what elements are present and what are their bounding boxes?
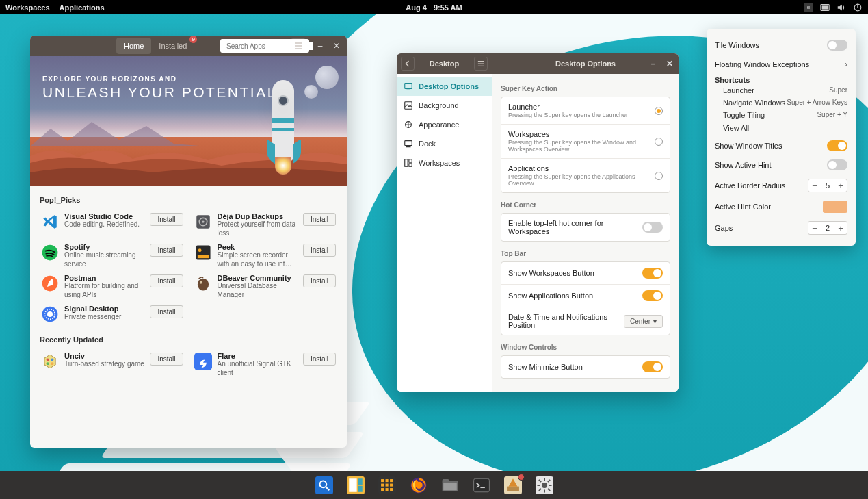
app-desc: Simple screen recorder with an easy to u… (218, 251, 298, 268)
dock-apps[interactable] (378, 476, 397, 495)
sidebar-item-label: Background (419, 101, 459, 110)
app-name: Déjà Dup Backups (218, 212, 298, 220)
install-button[interactable]: Install (150, 213, 183, 226)
sidebar-item-label: Desktop Options (419, 82, 479, 90)
shortcut-keys: Super (829, 86, 847, 94)
show-applications-switch[interactable] (642, 290, 663, 301)
tab-home[interactable]: Home (116, 38, 151, 54)
sidebar-item-label: Appearance (419, 120, 459, 129)
install-button[interactable]: Install (303, 213, 336, 226)
hint-color-swatch[interactable] (823, 201, 847, 213)
power-icon[interactable] (853, 3, 863, 12)
install-button[interactable]: Install (150, 274, 183, 287)
settings-minimize-button[interactable]: – (647, 57, 659, 70)
install-button[interactable]: Install (303, 244, 336, 257)
topbar-date[interactable]: Aug 4 (406, 3, 427, 12)
border-radius-increase[interactable]: + (834, 179, 847, 192)
workspaces-menu[interactable]: Workspaces (5, 3, 50, 12)
superkey-option-label: Launcher (508, 103, 655, 111)
tile-windows-label: Tile Windows (715, 41, 759, 49)
chevron-down-icon: ▾ (653, 318, 657, 325)
install-button[interactable]: Install (150, 353, 183, 366)
shortcut-keys: Super + Arrow Keys (787, 99, 847, 107)
gaps-value: 2 (821, 224, 834, 232)
dock-updater[interactable] (503, 476, 523, 495)
show-hint-switch[interactable] (827, 159, 847, 170)
app-card[interactable]: UncivTurn-based strategy gameInstall (36, 349, 189, 380)
shortcut-name: Toggle Tiling (723, 111, 765, 119)
tiling-indicator-icon[interactable] (804, 3, 813, 12)
view-all-shortcuts[interactable]: View All (715, 121, 847, 136)
gaps-decrease[interactable]: − (808, 222, 821, 234)
svg-point-18 (200, 281, 202, 284)
hotcorner-switch[interactable] (642, 222, 663, 233)
sidebar-item-label: Dock (419, 140, 436, 148)
sidebar-item-dock[interactable]: Dock (397, 134, 492, 153)
app-card[interactable]: PostmanPlatform for building and using A… (36, 271, 189, 302)
network-icon[interactable] (820, 3, 830, 12)
popshop-menu-button[interactable] (291, 38, 306, 53)
install-button[interactable]: Install (303, 274, 336, 287)
show-applications-label: Show Applications Button (508, 292, 642, 300)
sidebar-item-appearance[interactable]: Appearance (397, 115, 492, 134)
dock-files[interactable] (440, 476, 460, 495)
superkey-radio[interactable] (655, 172, 663, 180)
floating-exceptions-row[interactable]: Floating Window Exceptions › (715, 55, 847, 73)
border-radius-stepper[interactable]: − 5 + (808, 179, 847, 192)
app-card[interactable]: PeekSimple screen recorder with an easy … (189, 240, 342, 271)
superkey-radio[interactable] (655, 107, 663, 115)
svg-point-24 (51, 359, 53, 361)
svg-rect-34 (405, 159, 408, 167)
app-icon (194, 213, 212, 231)
applications-menu[interactable]: Applications (60, 3, 105, 12)
sidebar-item-workspaces[interactable]: Workspaces (397, 153, 492, 172)
show-workspaces-label: Show Workspaces Button (508, 269, 642, 277)
app-card[interactable]: FlareAn unofficial Signal GTK clientInst… (189, 349, 342, 380)
show-titles-switch[interactable] (827, 140, 847, 151)
svg-rect-45 (381, 479, 384, 482)
app-icon (41, 274, 59, 292)
topbar-time[interactable]: 9:55 AM (434, 3, 462, 12)
app-card[interactable]: Déjà Dup BackupsProtect yourself from da… (189, 209, 342, 240)
tile-windows-switch[interactable] (827, 40, 847, 51)
dock-terminal[interactable] (472, 476, 491, 495)
dock-settings[interactable] (535, 476, 554, 495)
show-minimize-switch[interactable] (642, 361, 663, 372)
settings-menu-button[interactable] (474, 57, 488, 71)
svg-marker-22 (44, 355, 55, 368)
installed-badge: 9 (189, 36, 197, 43)
tab-installed[interactable]: Installed 9 (151, 38, 194, 54)
rocket-icon (263, 80, 304, 186)
gaps-increase[interactable]: + (834, 222, 847, 234)
sidebar-item-background[interactable]: Background (397, 96, 492, 115)
app-name: Visual Studio Code (64, 212, 144, 220)
app-card[interactable]: SpotifyOnline music streaming serviceIns… (36, 240, 189, 271)
popshop-banner[interactable]: EXPLORE YOUR HORIZONS AND UNLEASH YOUR P… (30, 56, 347, 186)
sound-icon[interactable] (837, 3, 846, 12)
minimize-button[interactable]: – (314, 40, 326, 52)
app-desc: Online music streaming service (64, 251, 144, 268)
app-card[interactable]: DBeaver CommunityUniversal Database Mana… (189, 271, 342, 302)
app-card[interactable]: Signal DesktopPrivate messengerInstall (36, 302, 189, 326)
app-card[interactable]: Visual Studio CodeCode editing. Redefine… (36, 209, 189, 240)
svg-point-12 (42, 245, 58, 261)
app-icon (41, 244, 59, 261)
install-button[interactable]: Install (303, 353, 336, 366)
close-button[interactable]: ✕ (330, 40, 343, 52)
show-workspaces-switch[interactable] (642, 268, 663, 279)
gaps-stepper[interactable]: − 2 + (808, 221, 847, 235)
superkey-radio[interactable] (655, 138, 663, 146)
svg-rect-28 (405, 84, 412, 89)
back-button[interactable] (401, 57, 415, 71)
install-button[interactable]: Install (150, 305, 183, 318)
settings-close-button[interactable]: ✕ (663, 57, 676, 70)
dock-search[interactable] (315, 476, 334, 495)
dock-workspaces[interactable] (346, 476, 365, 495)
install-button[interactable]: Install (150, 244, 183, 257)
svg-rect-47 (390, 479, 393, 482)
dock-firefox[interactable] (409, 476, 428, 495)
shortcuts-heading: Shortcuts (715, 73, 847, 84)
border-radius-decrease[interactable]: − (808, 179, 821, 192)
sidebar-item-desktop-options[interactable]: Desktop Options (397, 77, 492, 96)
datetime-position-select[interactable]: Center▾ (624, 315, 663, 328)
